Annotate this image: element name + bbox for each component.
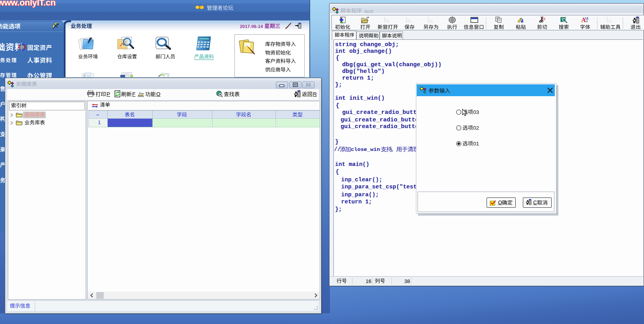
svg-text:13: 13 — [585, 17, 588, 20]
